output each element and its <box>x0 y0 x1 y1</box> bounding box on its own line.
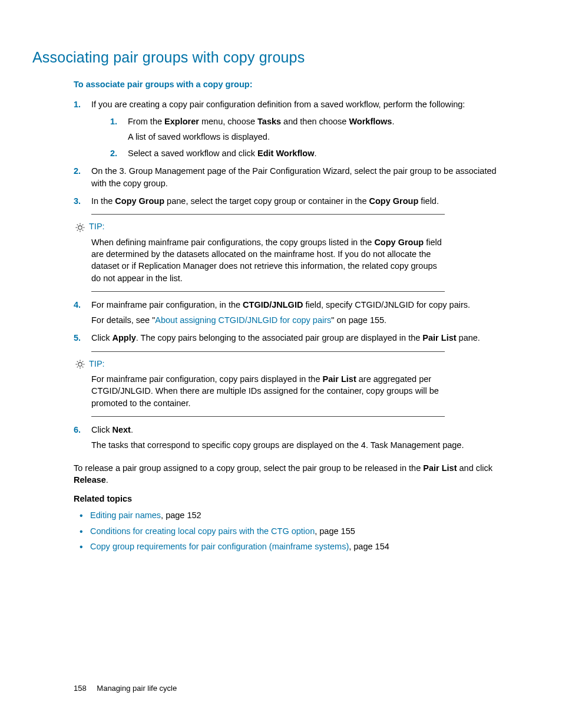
text: . <box>392 117 394 126</box>
tip-body: For mainframe pair configuration, copy p… <box>91 373 445 409</box>
text: field, specify CTGID/JNLGID for copy pai… <box>303 300 470 309</box>
pane-pair-list: Pair List <box>422 333 456 342</box>
related-item: Editing pair names, page 152 <box>74 509 503 521</box>
page-footer: 158 Managing pair life cycle <box>74 683 177 694</box>
menu-workflows: Workflows <box>349 117 392 126</box>
step-followup: For details, see "About assigning CTGID/… <box>91 314 503 326</box>
step-5: 5. Click Apply. The copy pairs belonging… <box>74 332 503 344</box>
link-editing-pair-names[interactable]: Editing pair names <box>90 510 161 520</box>
procedure-list: 1. If you are creating a copy pair confi… <box>74 98 503 207</box>
text: pane. <box>457 333 480 342</box>
button-edit-workflow: Edit Workflow <box>257 149 314 158</box>
menu-tasks: Tasks <box>257 117 281 126</box>
tip-box-2: TIP: For mainframe pair configuration, c… <box>91 351 445 417</box>
text: For details, see " <box>91 315 155 325</box>
pane-pair-list: Pair List <box>423 463 457 473</box>
page-number: 158 <box>74 684 87 693</box>
step-number: 2. <box>74 165 81 177</box>
link-conditions-ctg[interactable]: Conditions for creating local copy pairs… <box>90 526 315 536</box>
pane-pair-list: Pair List <box>323 374 356 384</box>
step-number: 1. <box>74 98 81 110</box>
svg-point-9 <box>78 363 82 366</box>
text: pane, select the target copy group or co… <box>164 196 369 206</box>
step-number: 5. <box>74 332 81 344</box>
procedure-intro: To associate pair groups with a copy gro… <box>74 78 503 90</box>
substep-number: 2. <box>110 147 117 159</box>
text: " on page 155. <box>331 315 386 325</box>
text: Click <box>91 333 112 342</box>
text: In the <box>91 196 115 206</box>
tip-header: TIP: <box>75 220 445 232</box>
text: menu, choose <box>199 117 257 126</box>
text: Click <box>91 425 112 434</box>
text: . The copy pairs belonging to the associ… <box>136 333 423 342</box>
svg-line-6 <box>82 229 84 230</box>
content-block: To associate pair groups with a copy gro… <box>74 78 503 552</box>
substep-1: 1. From the Explorer menu, choose Tasks … <box>110 116 503 143</box>
step-text: On the 3. Group Management page of the P… <box>91 166 497 187</box>
substep-list: 1. From the Explorer menu, choose Tasks … <box>110 116 503 160</box>
release-paragraph: To release a pair group assigned to a co… <box>74 462 503 486</box>
svg-line-8 <box>82 224 84 225</box>
chapter-title: Managing pair life cycle <box>97 684 177 693</box>
text: When defining mainframe pair configurati… <box>91 238 374 247</box>
step-1: 1. If you are creating a copy pair confi… <box>74 98 503 159</box>
procedure-list-cont2: 6. Click Next. The tasks that correspond… <box>74 424 503 452</box>
text: For mainframe pair configuration, in the <box>91 300 243 309</box>
step-number: 3. <box>74 195 81 207</box>
step-4: 4. For mainframe pair configuration, in … <box>74 299 503 327</box>
substep-result: A list of saved workflows is displayed. <box>128 131 503 143</box>
tip-label: TIP: <box>89 222 105 231</box>
step-number: 4. <box>74 299 81 311</box>
step-number: 6. <box>74 424 81 436</box>
button-apply: Apply <box>112 333 135 342</box>
step-result: The tasks that correspond to specific co… <box>91 439 503 451</box>
pane-copy-group: Copy Group <box>115 196 164 206</box>
substep-2: 2. Select a saved workflow and click Edi… <box>110 147 503 159</box>
page-title: Associating pair groups with copy groups <box>32 47 503 68</box>
text: field. <box>418 196 439 206</box>
text: , page 154 <box>349 542 389 551</box>
tip-label: TIP: <box>89 359 105 368</box>
tip-box-1: TIP: When defining mainframe pair config… <box>91 214 445 291</box>
svg-line-14 <box>77 361 78 363</box>
field-copy-group: Copy Group <box>369 196 419 206</box>
button-release: Release <box>74 475 106 485</box>
button-next: Next <box>112 425 130 434</box>
field-ctgid-jnlgid: CTGID/JNLGID <box>243 300 303 309</box>
text: , page 155 <box>315 526 355 536</box>
link-about-ctgid[interactable]: About assigning CTGID/JNLGID for copy pa… <box>155 315 331 325</box>
text: . <box>131 425 133 434</box>
substep-number: 1. <box>110 116 117 127</box>
text: Select a saved workflow and click <box>128 149 257 158</box>
text: . <box>106 475 108 485</box>
step-2: 2. On the 3. Group Management page of th… <box>74 165 503 189</box>
svg-line-16 <box>77 367 78 368</box>
document-page: Associating pair groups with copy groups… <box>0 0 562 728</box>
svg-line-7 <box>77 229 78 230</box>
related-item: Conditions for creating local copy pairs… <box>74 525 503 537</box>
text: and then choose <box>281 117 349 126</box>
lightbulb-icon <box>75 222 85 233</box>
text: From the <box>128 117 164 126</box>
related-topics-list: Editing pair names, page 152 Conditions … <box>74 509 503 552</box>
svg-line-5 <box>77 224 78 225</box>
related-topics-heading: Related topics <box>74 493 503 505</box>
step-text: If you are creating a copy pair configur… <box>91 100 465 109</box>
text: , page 152 <box>161 510 201 520</box>
field-copy-group: Copy Group <box>374 238 424 247</box>
procedure-list-cont: 4. For mainframe pair configuration, in … <box>74 299 503 344</box>
lightbulb-icon <box>75 359 85 370</box>
text: For mainframe pair configuration, copy p… <box>91 374 323 384</box>
step-6: 6. Click Next. The tasks that correspond… <box>74 424 503 452</box>
tip-body: When defining mainframe pair configurati… <box>91 236 445 284</box>
menu-explorer: Explorer <box>164 117 199 126</box>
link-copy-group-reqs[interactable]: Copy group requirements for pair configu… <box>90 542 349 551</box>
svg-point-0 <box>78 225 82 229</box>
text: To release a pair group assigned to a co… <box>74 463 423 473</box>
text: . <box>314 149 316 158</box>
tip-header: TIP: <box>75 358 445 370</box>
related-item: Copy group requirements for pair configu… <box>74 541 503 552</box>
svg-line-17 <box>82 361 84 363</box>
step-3: 3. In the Copy Group pane, select the ta… <box>74 195 503 207</box>
